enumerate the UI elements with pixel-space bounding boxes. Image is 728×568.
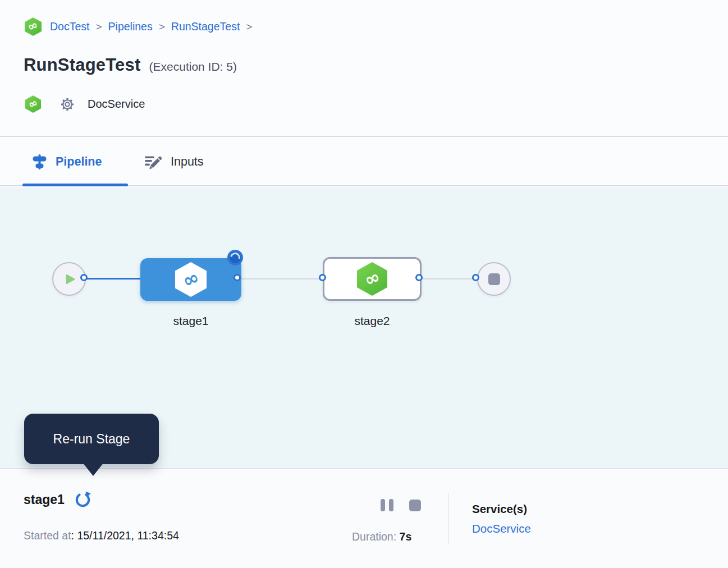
breadcrumb: ∞ DocTest > Pipelines > RunStageTest >	[25, 17, 252, 36]
footer: stage1 Started at: 15/11/2021, 11:34:54	[0, 468, 728, 568]
tab-pipeline-label: Pipeline	[56, 155, 102, 169]
play-icon	[65, 273, 76, 285]
stage2-node[interactable]: ∞	[323, 257, 422, 301]
execution-controls	[381, 499, 421, 511]
breadcrumb-separator: >	[246, 21, 252, 33]
service-name: DocService	[88, 98, 145, 111]
active-tab-indicator	[22, 184, 128, 186]
service-link[interactable]: DocService	[472, 522, 531, 535]
pause-icon	[381, 499, 393, 511]
running-spinner-icon	[227, 250, 243, 265]
tab-inputs[interactable]: Inputs	[145, 138, 204, 185]
harness-stage-icon: ∞	[175, 262, 207, 297]
breadcrumb-link-pipeline-name[interactable]: RunStageTest	[171, 20, 240, 33]
tab-bar: Pipeline Inputs	[0, 138, 728, 186]
stop-icon	[488, 273, 500, 285]
connector-dot[interactable]	[233, 274, 241, 281]
pause-button[interactable]	[381, 499, 393, 511]
footer-stage-row: stage1	[24, 491, 91, 509]
breadcrumb-link-project[interactable]: DocTest	[50, 20, 89, 33]
end-node[interactable]	[477, 262, 511, 296]
started-at: Started at: 15/11/2021, 11:34:54	[24, 529, 179, 542]
tooltip-arrow	[83, 462, 104, 476]
tab-inputs-label: Inputs	[171, 155, 204, 169]
connector-dot[interactable]	[80, 274, 88, 281]
stage1-label: stage1	[140, 314, 241, 328]
edge-stage1-to-stage2	[239, 278, 324, 280]
breadcrumb-separator: >	[95, 21, 102, 33]
execution-id: (Execution ID: 5)	[149, 60, 237, 74]
stage1-node[interactable]: ∞	[140, 258, 241, 301]
connector-dot[interactable]	[415, 274, 423, 281]
rerun-tooltip-label: Re-run Stage	[53, 432, 130, 447]
pipeline-icon	[33, 154, 47, 170]
harness-logo-icon: ∞	[25, 95, 41, 113]
rerun-stage-button[interactable]	[74, 491, 91, 509]
duration-value: 7s	[400, 530, 412, 543]
gear-icon	[59, 97, 75, 112]
harness-stage-icon: ∞	[357, 262, 387, 296]
refresh-icon	[74, 491, 91, 509]
harness-logo-icon: ∞	[25, 17, 42, 36]
services-label: Service(s)	[472, 502, 527, 516]
title-row: RunStageTest (Execution ID: 5)	[24, 55, 237, 75]
page-title: RunStageTest	[24, 55, 141, 75]
breadcrumb-link-pipelines[interactable]: Pipelines	[108, 20, 153, 33]
footer-divider	[448, 493, 449, 544]
breadcrumb-separator: >	[159, 21, 165, 33]
tab-pipeline[interactable]: Pipeline	[33, 138, 102, 185]
footer-stage-name: stage1	[24, 492, 65, 507]
inputs-icon	[145, 154, 162, 170]
service-row: ∞ DocService	[25, 95, 145, 113]
edge-stage2-to-end	[420, 278, 477, 280]
connector-dot[interactable]	[472, 274, 479, 281]
stage2-label: stage2	[322, 314, 423, 328]
started-at-label: Started at	[24, 529, 71, 542]
stop-icon	[409, 500, 421, 511]
duration: Duration: 7s	[352, 530, 411, 543]
duration-label: Duration:	[352, 530, 396, 543]
connector-dot[interactable]	[319, 274, 326, 281]
started-at-value: : 15/11/2021, 11:34:54	[71, 529, 179, 542]
abort-button[interactable]	[409, 500, 421, 511]
edge-start-to-stage1	[85, 278, 141, 280]
page: ∞ DocTest > Pipelines > RunStageTest > R…	[0, 0, 728, 568]
rerun-tooltip: Re-run Stage	[24, 414, 159, 464]
header: ∞ DocTest > Pipelines > RunStageTest > R…	[0, 0, 728, 137]
